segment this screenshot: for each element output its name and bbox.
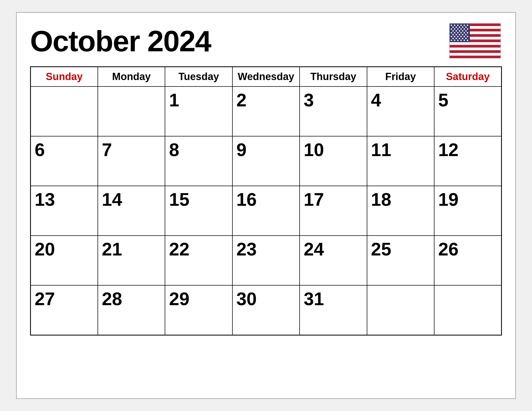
svg-point-57 <box>465 38 467 39</box>
svg-point-17 <box>461 25 462 26</box>
svg-point-61 <box>461 40 462 41</box>
days-header-row: Sunday Monday Tuesday Wednesday Thursday… <box>31 67 502 87</box>
day-cell: 15 <box>165 186 232 236</box>
day-cell <box>98 86 165 136</box>
svg-point-34 <box>462 30 463 32</box>
svg-point-32 <box>456 30 457 32</box>
day-cell: 30 <box>232 285 300 335</box>
svg-point-55 <box>459 38 460 39</box>
svg-point-41 <box>467 32 468 34</box>
svg-point-47 <box>451 36 452 37</box>
calendar-title: October 2024 <box>30 24 211 58</box>
svg-point-36 <box>451 32 452 34</box>
week-row-3: 13141516171819 <box>31 186 502 236</box>
svg-rect-8 <box>450 45 501 48</box>
svg-rect-11 <box>450 53 501 56</box>
svg-point-60 <box>457 40 459 41</box>
svg-point-28 <box>461 28 462 30</box>
svg-point-43 <box>456 34 457 35</box>
header-wednesday: Wednesday <box>232 67 300 87</box>
day-cell: 13 <box>31 186 98 236</box>
svg-point-63 <box>467 40 468 41</box>
svg-point-38 <box>457 32 459 34</box>
svg-point-39 <box>461 32 462 34</box>
day-cell: 29 <box>165 285 232 335</box>
svg-rect-12 <box>450 56 501 58</box>
day-cell: 2 <box>232 86 300 136</box>
week-row-5: 2728293031 <box>31 285 502 335</box>
svg-point-14 <box>451 25 452 26</box>
day-cell: 4 <box>367 86 434 136</box>
svg-point-52 <box>467 36 468 37</box>
day-cell: 20 <box>31 236 98 285</box>
day-cell: 19 <box>434 186 501 236</box>
calendar-container: October 2024 <box>16 12 516 399</box>
calendar-table: Sunday Monday Tuesday Wednesday Thursday… <box>30 66 502 336</box>
day-cell: 8 <box>165 136 232 186</box>
header-friday: Friday <box>367 67 434 87</box>
day-cell: 25 <box>367 236 434 285</box>
svg-point-46 <box>465 34 467 35</box>
day-cell <box>434 285 501 335</box>
day-cell: 21 <box>98 236 165 285</box>
svg-point-25 <box>451 28 452 30</box>
day-cell: 10 <box>300 136 367 186</box>
svg-point-15 <box>454 25 455 26</box>
svg-rect-9 <box>450 48 501 50</box>
svg-rect-10 <box>450 50 501 53</box>
calendar-body: 1234567891011121314151617181920212223242… <box>31 86 502 335</box>
day-cell: 23 <box>232 236 300 285</box>
svg-point-23 <box>462 27 463 28</box>
svg-point-42 <box>452 34 454 35</box>
svg-point-35 <box>465 30 467 32</box>
svg-point-20 <box>452 27 454 28</box>
svg-point-40 <box>464 32 465 34</box>
svg-point-37 <box>454 32 455 34</box>
day-cell: 22 <box>165 236 232 285</box>
svg-point-51 <box>464 36 465 37</box>
day-cell: 16 <box>232 186 300 236</box>
day-cell: 3 <box>300 86 367 136</box>
svg-point-24 <box>465 27 467 28</box>
day-cell: 17 <box>300 186 367 236</box>
svg-point-18 <box>464 25 465 26</box>
calendar-header: October 2024 <box>30 23 502 58</box>
svg-point-54 <box>456 38 457 39</box>
svg-point-58 <box>451 40 452 41</box>
day-cell: 12 <box>434 136 501 186</box>
header-thursday: Thursday <box>300 67 367 87</box>
svg-point-19 <box>467 25 468 26</box>
svg-point-49 <box>457 36 459 37</box>
svg-point-30 <box>467 28 468 30</box>
header-saturday: Saturday <box>434 67 501 87</box>
day-cell: 27 <box>31 285 98 335</box>
svg-point-16 <box>457 25 459 26</box>
day-cell <box>367 285 434 335</box>
day-cell: 18 <box>367 186 434 236</box>
svg-point-62 <box>464 40 465 41</box>
week-row-1: 12345 <box>31 86 502 136</box>
svg-point-45 <box>462 34 463 35</box>
header-monday: Monday <box>98 67 165 87</box>
day-cell: 31 <box>300 285 367 335</box>
svg-point-27 <box>457 28 459 30</box>
header-tuesday: Tuesday <box>165 67 232 87</box>
day-cell: 9 <box>232 136 300 186</box>
svg-point-50 <box>461 36 462 37</box>
svg-point-44 <box>459 34 460 35</box>
day-cell: 6 <box>31 136 98 186</box>
day-cell: 14 <box>98 186 165 236</box>
svg-point-59 <box>454 40 455 41</box>
day-cell: 1 <box>165 86 232 136</box>
day-cell: 11 <box>367 136 434 186</box>
svg-point-53 <box>452 38 454 39</box>
day-cell: 5 <box>434 86 501 136</box>
svg-point-21 <box>456 27 457 28</box>
svg-point-31 <box>452 30 454 32</box>
day-cell: 7 <box>98 136 165 186</box>
svg-point-48 <box>454 36 455 37</box>
week-row-2: 6789101112 <box>31 136 502 186</box>
day-cell <box>31 86 98 136</box>
day-cell: 28 <box>98 285 165 335</box>
day-cell: 26 <box>434 236 501 285</box>
